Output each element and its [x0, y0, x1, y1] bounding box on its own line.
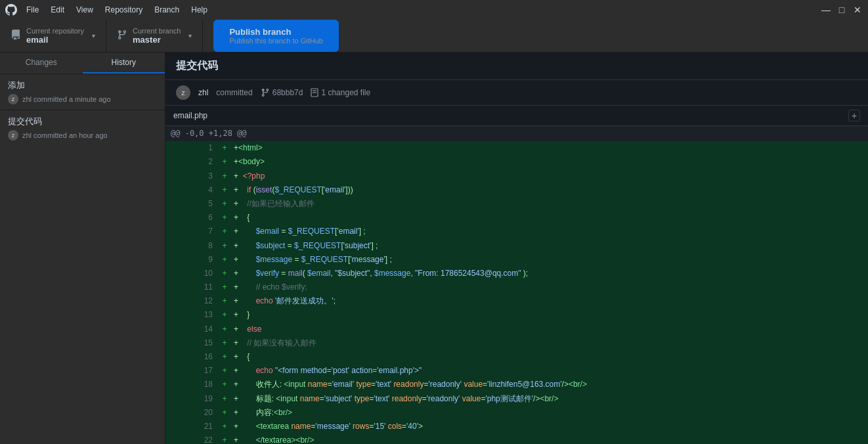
sidebar-content: 添加 z zhl committed a minute ago 提交代码 z z… [0, 74, 165, 444]
commit-meta-0: z zhl committed a minute ago [8, 94, 157, 104]
publish-section[interactable]: Publish branch Publish this branch to Gi… [213, 20, 338, 52]
content-header: 提交代码 [165, 53, 868, 80]
current-branch-section[interactable]: Current branch master ▾ [106, 20, 203, 52]
commit-hash: 68bbb7d [261, 88, 303, 97]
close-button[interactable]: ✕ [852, 5, 863, 15]
diff-line-5: 5 + + //如果已经输入邮件 [165, 197, 868, 211]
sidebar-tabs: Changes History [0, 53, 165, 74]
branch-icon [117, 30, 127, 42]
menu-help[interactable]: Help [186, 4, 213, 16]
hash-value: 68bbb7d [272, 88, 303, 97]
diff-line-10: 10 + + $verify = mail( $email, "$subject… [165, 267, 868, 280]
commit-time-1: zhl committed an hour ago [22, 131, 108, 139]
menu-branch[interactable]: Branch [149, 4, 184, 16]
diff-line-3: 3 + + <?php [165, 169, 868, 183]
menu-repository[interactable]: Repository [100, 4, 148, 16]
diff-line-9: 9 + + $message = $_REQUEST['message'] ; [165, 253, 868, 267]
tab-changes[interactable]: Changes [0, 53, 83, 74]
diff-line-14: 14 + + else [165, 322, 868, 336]
repo-icon [11, 30, 21, 42]
titlebar-menus: File Edit View Repository Branch Help [21, 4, 213, 16]
diff-line-6: 6 + + { [165, 211, 868, 225]
sidebar: Changes History 添加 z zhl committed a min… [0, 53, 165, 444]
github-logo-icon [5, 4, 17, 16]
repo-text: Current repository email [26, 27, 84, 45]
diff-stage-button[interactable]: + [848, 110, 860, 122]
diff-line-1: 1 + +<html> [165, 141, 868, 155]
commit-item-1[interactable]: 提交代码 z zhl committed an hour ago [0, 110, 165, 146]
content-area: 提交代码 z zhl committed 68bbb7d 1 changed f… [165, 53, 868, 444]
commit-time-0: zhl committed a minute ago [22, 95, 111, 103]
diff-line-20: 20 + + 内容:<br/> [165, 406, 868, 420]
diff-line-21: 21 + + <textarea name='message' rows='15… [165, 420, 868, 433]
commit-author: zhl [198, 88, 208, 97]
avatar-1: z [8, 130, 18, 141]
branch-text: Current branch master [133, 27, 181, 45]
diff-lines: 1 + +<html> 2 + +<body> 3 + + <?php [165, 141, 868, 444]
diff-file-header: email.php + [165, 106, 868, 126]
menu-view[interactable]: View [71, 4, 98, 16]
menu-edit[interactable]: Edit [45, 4, 70, 16]
branch-chevron-icon: ▾ [188, 32, 192, 39]
diff-file-name: email.php [173, 111, 207, 120]
diff-line-13: 13 + + } [165, 308, 868, 322]
diff-line-18: 18 + + 收件人: <input name='email' type='te… [165, 378, 868, 391]
branch-value: master [133, 35, 181, 45]
diff-container[interactable]: email.php + @@ -0,0 +1,28 @@ 1 + +<html>… [165, 106, 868, 444]
diff-line-11: 11 + + // echo $verify; [165, 280, 868, 294]
current-repo-section[interactable]: Current repository email ▾ [0, 20, 106, 52]
toolbar: Current repository email ▾ Current branc… [0, 20, 868, 53]
commit-meta-1: z zhl committed an hour ago [8, 130, 157, 141]
repo-value: email [26, 35, 84, 45]
commit-item-0[interactable]: 添加 z zhl committed a minute ago [0, 74, 165, 110]
repo-label: Current repository [26, 27, 84, 35]
changed-files-count: 1 changed file [321, 88, 370, 97]
titlebar-left: File Edit View Repository Branch Help [5, 4, 213, 16]
titlebar-controls: — □ ✕ [821, 5, 863, 15]
diff-line-4: 4 + + if (isset($_REQUEST['email'])) [165, 183, 868, 197]
commit-bar: z zhl committed 68bbb7d 1 changed file [165, 80, 868, 106]
diff-line-17: 17 + + echo "<form method='post' action=… [165, 364, 868, 378]
changed-files: 1 changed file [311, 88, 370, 97]
commit-avatar: z [176, 85, 190, 100]
menu-file[interactable]: File [21, 4, 44, 16]
diff-line-2: 2 + +<body> [165, 155, 868, 169]
diff-line-12: 12 + + echo '邮件发送成功。'; [165, 294, 868, 308]
diff-line-19: 19 + + 标题: <input name='subject' type='t… [165, 392, 868, 406]
branch-label: Current branch [133, 27, 181, 35]
commit-title-1: 提交代码 [8, 116, 157, 127]
titlebar: File Edit View Repository Branch Help — … [0, 0, 868, 20]
commit-title-0: 添加 [8, 79, 157, 91]
diff-line-15: 15 + + // 如果没有输入邮件 [165, 336, 868, 350]
publish-title: Publish branch [229, 27, 322, 37]
diff-line-22: 22 + + </textarea><br/> [165, 433, 868, 444]
tab-history[interactable]: History [83, 53, 165, 74]
main-layout: Changes History 添加 z zhl committed a min… [0, 53, 868, 444]
repo-chevron-icon: ▾ [92, 32, 95, 39]
avatar-0: z [8, 94, 18, 104]
diff-line-16: 16 + + { [165, 350, 868, 364]
publish-subtitle: Publish this branch to GitHub [229, 37, 322, 45]
commit-action: committed [216, 88, 252, 97]
maximize-button[interactable]: □ [836, 5, 847, 15]
hunk-header: @@ -0,0 +1,28 @@ [165, 126, 868, 141]
page-title: 提交代码 [176, 59, 857, 73]
diff-line-8: 8 + + $subject = $_REQUEST['subject'] ; [165, 239, 868, 253]
diff-line-7: 7 + + $email = $_REQUEST['email'] ; [165, 225, 868, 238]
minimize-button[interactable]: — [821, 5, 831, 15]
